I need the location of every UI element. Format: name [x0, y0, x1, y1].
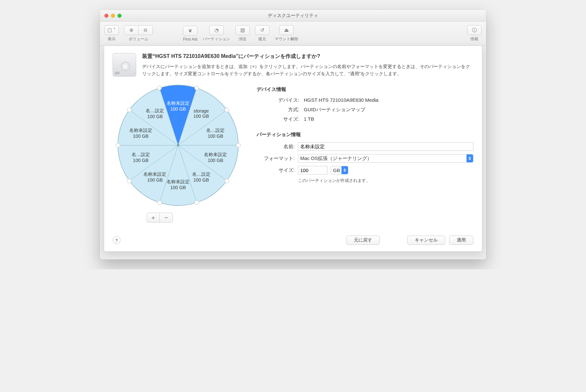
- sidebar-icon: ▢ ˅: [107, 27, 116, 33]
- restore-icon: ↺: [260, 27, 265, 33]
- pie-slice-label: 名称未設定100 GB: [129, 128, 152, 139]
- pie-resize-handle[interactable]: [157, 86, 162, 90]
- partition-hint: このパーティションが作成されます。: [298, 178, 473, 184]
- partition-format-select[interactable]: Mac OS拡張（ジャーナリング）: [298, 154, 473, 163]
- chevron-updown-icon: [341, 166, 348, 174]
- toolbar-volume: ⊕ ⊖ ボリューム: [124, 25, 153, 42]
- info-icon: ⓘ: [472, 27, 477, 33]
- sheet-description: デバイスにパーティションを追加するときは、追加（+）をクリックします。パーティシ…: [142, 63, 473, 77]
- pie-resize-handle[interactable]: [116, 143, 120, 148]
- pie-resize-handle[interactable]: [127, 108, 132, 112]
- remove-partition-button[interactable]: −: [160, 213, 173, 223]
- plus-icon: ＋: [150, 214, 156, 222]
- titlebar: ディスクユーティリティ: [100, 10, 486, 22]
- eject-icon: ⏏: [284, 27, 289, 33]
- hard-drive-icon: [113, 53, 136, 77]
- volume-add-button[interactable]: ⊕: [124, 25, 138, 35]
- erase-icon: ▧: [240, 27, 245, 33]
- pie-slice-label: 名…設定100 GB: [206, 128, 225, 139]
- pie-resize-handle[interactable]: [236, 143, 241, 148]
- partition-info-header: パーティション情報: [257, 132, 473, 138]
- partition-size-unit-select[interactable]: GB: [331, 166, 348, 174]
- pie-slice-label: 名称未設定100 GB: [167, 100, 190, 112]
- revert-button[interactable]: 元に戻す: [346, 236, 380, 245]
- toolbar-info[interactable]: ⓘ 情報: [467, 25, 482, 42]
- toolbar-restore[interactable]: ↺ 復元: [255, 25, 269, 42]
- partition-name-input[interactable]: [298, 142, 473, 151]
- app-window: ディスクユーティリティ ▢ ˅ 表示 ⊕ ⊖ ボリューム ❦ First Aid…: [100, 10, 486, 259]
- partition-size-label: サイズ:: [257, 167, 295, 173]
- toolbar-partition[interactable]: ◔ パーティション: [203, 25, 230, 42]
- partition-sheet: 装置“HGST HTS 721010A9E630 Media”にパーティションを…: [104, 46, 482, 252]
- pie-resize-handle[interactable]: [127, 179, 132, 183]
- pie-resize-handle[interactable]: [194, 200, 199, 205]
- device-value: HGST HTS 721010A9E630 Media: [304, 97, 473, 103]
- partition-format-label: フォーマット:: [257, 155, 295, 162]
- drive-plus-icon: ⊕: [129, 27, 134, 33]
- scheme-label: 方式:: [257, 107, 299, 113]
- minus-icon: −: [164, 214, 168, 221]
- add-partition-button[interactable]: ＋: [147, 213, 160, 223]
- toolbar-erase[interactable]: ▧ 消去: [235, 25, 250, 42]
- pie-slice-label: 名…設定100 GB: [132, 152, 150, 163]
- volume-remove-button[interactable]: ⊖: [138, 25, 153, 35]
- drive-minus-icon: ⊖: [143, 27, 148, 33]
- toolbar: ▢ ˅ 表示 ⊕ ⊖ ボリューム ❦ First Aid ◔ パーティション ▧…: [100, 22, 486, 46]
- device-info-header: デバイス情報: [257, 86, 473, 93]
- pie-slice-label: 名称未設定100 GB: [143, 171, 166, 183]
- apply-button[interactable]: 適用: [449, 236, 473, 245]
- device-size-label: サイズ:: [257, 116, 299, 122]
- pie-slice-label: 名…設定100 GB: [192, 171, 211, 183]
- pie-slice-label: 名称未設定100 GB: [204, 152, 227, 163]
- partition-size-input[interactable]: [298, 166, 327, 174]
- device-size-value: 1 TB: [304, 116, 473, 122]
- partition-pie-chart[interactable]: 名称未設定100 GBstorage100 GB名…設定100 GB名称未設定1…: [116, 83, 240, 207]
- stethoscope-icon: ❦: [188, 28, 192, 34]
- pie-resize-handle[interactable]: [157, 200, 162, 205]
- scheme-value: GUIDパーティションマップ: [304, 107, 473, 113]
- pie-slice-label: storage100 GB: [193, 108, 209, 119]
- pie-resize-handle[interactable]: [225, 179, 229, 183]
- sheet-heading: 装置“HGST HTS 721010A9E630 Media”にパーティションを…: [142, 53, 473, 60]
- pie-icon: ◔: [214, 27, 219, 33]
- device-label: デバイス:: [257, 97, 299, 103]
- cancel-button[interactable]: キャンセル: [407, 236, 445, 245]
- pie-resize-handle[interactable]: [194, 86, 199, 90]
- chevron-updown-icon: [467, 154, 473, 162]
- window-title: ディスクユーティリティ: [100, 13, 486, 19]
- partition-name-label: 名前:: [257, 144, 295, 150]
- help-button[interactable]: ?: [113, 236, 120, 244]
- pie-resize-handle[interactable]: [225, 108, 229, 112]
- svg-point-1: [177, 144, 179, 146]
- toolbar-first-aid[interactable]: ❦ First Aid: [183, 26, 197, 42]
- pie-slice-label: 名…設定100 GB: [146, 108, 164, 119]
- toolbar-unmount[interactable]: ⏏ マウント解除: [275, 25, 298, 42]
- toolbar-view[interactable]: ▢ ˅ 表示: [104, 25, 119, 42]
- pie-slice-label: 名称未設定100 GB: [167, 179, 190, 190]
